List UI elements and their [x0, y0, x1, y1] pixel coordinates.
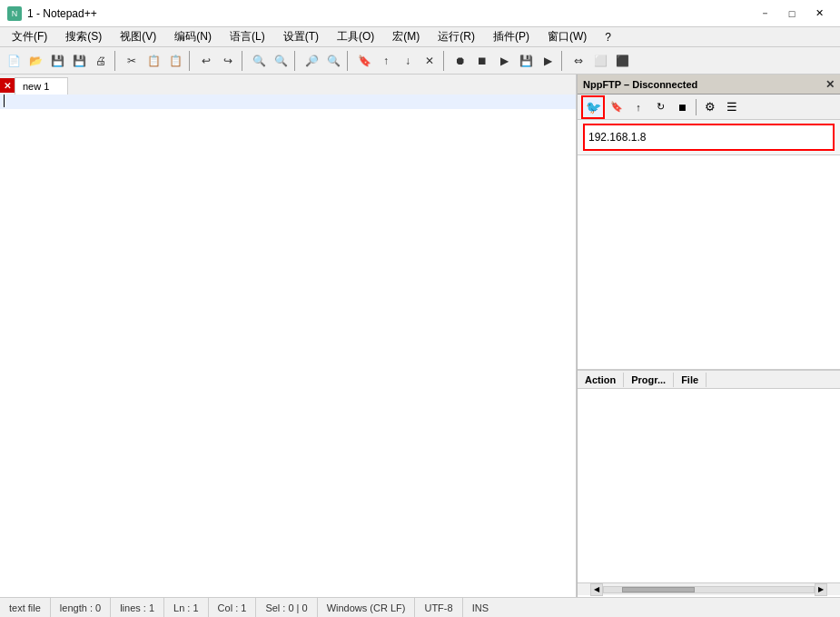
menu-language[interactable]: 语言(L): [222, 26, 273, 47]
menu-window[interactable]: 窗口(W): [539, 26, 595, 47]
menu-settings[interactable]: 设置(T): [275, 26, 327, 47]
menu-bar: 文件(F) 搜索(S) 视图(V) 编码(N) 语言(L) 设置(T) 工具(O…: [0, 27, 840, 47]
ftp-log-content: [578, 389, 840, 582]
abort-icon: ⏹: [677, 102, 687, 113]
ftp-connect-button[interactable]: 🐦: [584, 98, 602, 116]
status-file-type: text file: [0, 598, 51, 617]
ftp-profiles-button[interactable]: 🔖: [607, 97, 627, 117]
toolbar-separator-5: [347, 51, 351, 71]
toolbar-separator-1: [114, 51, 118, 71]
save-file-button[interactable]: 💾: [47, 51, 67, 71]
ftp-toolbar-sep: [696, 99, 697, 115]
status-col: Col : 1: [209, 598, 257, 617]
editor-content[interactable]: [0, 95, 576, 597]
ftp-list-button[interactable]: ☰: [722, 97, 742, 117]
menu-encoding[interactable]: 编码(N): [166, 26, 220, 47]
open-file-button[interactable]: 📂: [25, 51, 45, 71]
bookmark-button[interactable]: 🔖: [354, 51, 374, 71]
text-cursor: [4, 95, 5, 107]
tab-close-x[interactable]: ✕: [0, 78, 15, 93]
status-ins: INS: [463, 598, 498, 617]
macro-save-button[interactable]: 💾: [516, 51, 536, 71]
toolbar-separator-3: [242, 51, 245, 71]
maximize-button[interactable]: □: [778, 5, 805, 23]
copy-button[interactable]: 📋: [143, 51, 163, 71]
ftp-refresh-button[interactable]: ↻: [650, 97, 670, 117]
toolbar: 📄 📂 💾 💾 🖨 ✂ 📋 📋 ↩ ↪ 🔍 🔍 🔎 🔍 🔖 ↑ ↓ ✕ ⏺ ⏹ …: [0, 47, 840, 75]
zoom-in-button[interactable]: 🔎: [301, 51, 321, 71]
editor-area: ✕ new 1: [0, 75, 577, 597]
ftp-log-col-action[interactable]: Action: [578, 373, 624, 387]
editor-tab-new1[interactable]: new 1: [15, 77, 68, 95]
status-encoding: Windows (CR LF): [318, 598, 416, 617]
fullscreen-button[interactable]: ⬛: [612, 51, 632, 71]
focus-button[interactable]: ⬜: [590, 51, 610, 71]
status-length: length : 0: [51, 598, 111, 617]
ftp-log-col-file[interactable]: File: [674, 373, 707, 387]
ftp-close-button[interactable]: ✕: [825, 78, 835, 91]
hscroll-thumb[interactable]: [622, 587, 695, 592]
undo-button[interactable]: ↩: [196, 51, 216, 71]
menu-view[interactable]: 视图(V): [112, 26, 164, 47]
ftp-toolbar: 🐦 🔖 ↑ ↻ ⏹ ⚙ ☰: [578, 95, 840, 120]
refresh-icon: ↻: [657, 101, 665, 113]
window-title: 1 - Notepad++: [27, 7, 97, 20]
clear-bookmarks-button[interactable]: ✕: [420, 51, 440, 71]
editor-tab-label: new 1: [23, 81, 49, 92]
minimize-button[interactable]: －: [751, 5, 778, 23]
paste-button[interactable]: 📋: [165, 51, 185, 71]
macro-record-button[interactable]: ⏺: [450, 51, 470, 71]
cut-button[interactable]: ✂: [122, 51, 142, 71]
ftp-abort-button[interactable]: ⏹: [672, 97, 692, 117]
menu-plugins[interactable]: 插件(P): [485, 26, 538, 47]
close-button[interactable]: ✕: [805, 5, 833, 23]
ftp-file-tree[interactable]: [578, 155, 840, 370]
hscroll-left-arrow[interactable]: ◀: [590, 583, 603, 596]
find-button[interactable]: 🔍: [249, 51, 269, 71]
next-bookmark-button[interactable]: ↓: [398, 51, 418, 71]
ftp-log-area: Action Progr... File ◀ ▶: [578, 370, 840, 597]
replace-button[interactable]: 🔍: [271, 51, 291, 71]
hscroll-right-arrow[interactable]: ▶: [815, 583, 827, 596]
ftp-log-header: Action Progr... File: [578, 371, 840, 389]
print-button[interactable]: 🖨: [91, 51, 111, 71]
status-charset: UTF-8: [415, 598, 462, 617]
menu-search[interactable]: 搜索(S): [57, 26, 110, 47]
menu-help[interactable]: ?: [597, 28, 619, 46]
macro-run-button[interactable]: ▶: [538, 51, 558, 71]
title-bar: N 1 - Notepad++ － □ ✕: [0, 0, 840, 27]
list-icon: ☰: [726, 100, 737, 114]
toolbar-separator-2: [189, 51, 193, 71]
line-highlight: [0, 95, 576, 109]
word-wrap-button[interactable]: ⇔: [568, 51, 588, 71]
ftp-settings-button[interactable]: ⚙: [700, 97, 720, 117]
new-file-button[interactable]: 📄: [4, 51, 24, 71]
settings-icon: ⚙: [705, 100, 716, 114]
ftp-log-hscroll[interactable]: ◀ ▶: [578, 582, 840, 595]
ftp-panel-title: NppFTP – Disconnected: [583, 79, 697, 90]
menu-file[interactable]: 文件(F): [4, 26, 55, 47]
main-area: ✕ new 1 NppFTP – Disconnected ✕ 🐦: [0, 75, 840, 597]
menu-run[interactable]: 运行(R): [430, 26, 483, 47]
status-lines: lines : 1: [111, 598, 164, 617]
ftp-server-input[interactable]: [588, 131, 829, 144]
macro-stop-button[interactable]: ⏹: [472, 51, 492, 71]
prev-bookmark-button[interactable]: ↑: [376, 51, 396, 71]
redo-button[interactable]: ↪: [218, 51, 238, 71]
toolbar-separator-4: [294, 51, 298, 71]
up-directory-icon: ↑: [636, 102, 641, 113]
ftp-log-col-progress[interactable]: Progr...: [624, 373, 674, 387]
connect-button-wrapper: 🐦: [581, 95, 605, 119]
hscroll-track[interactable]: [603, 586, 815, 593]
menu-tools[interactable]: 工具(O): [329, 26, 382, 47]
macro-play-button[interactable]: ▶: [494, 51, 514, 71]
connect-icon: 🐦: [586, 100, 601, 114]
profiles-icon: 🔖: [610, 101, 623, 113]
ftp-server-field-wrapper: [583, 124, 835, 151]
ftp-title-bar: NppFTP – Disconnected ✕: [578, 75, 840, 95]
ftp-up-button[interactable]: ↑: [628, 97, 648, 117]
toolbar-separator-7: [561, 51, 565, 71]
menu-macro[interactable]: 宏(M): [384, 26, 428, 47]
zoom-out-button[interactable]: 🔍: [323, 51, 343, 71]
save-all-button[interactable]: 💾: [69, 51, 89, 71]
